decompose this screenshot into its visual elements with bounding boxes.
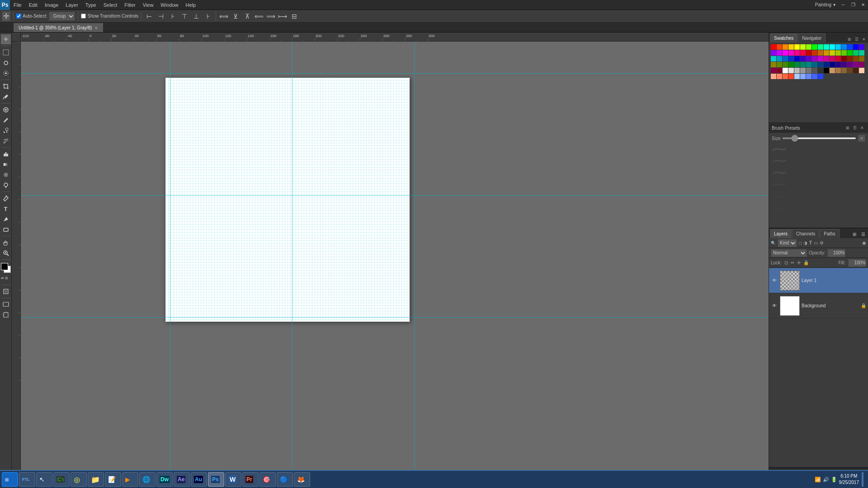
dist-right-btn[interactable]: ⊼ bbox=[242, 11, 252, 21]
swatch-item-20[interactable] bbox=[794, 50, 800, 56]
swatch-item-71[interactable] bbox=[812, 68, 817, 73]
filter-adjustment-icon[interactable]: ◑ bbox=[803, 240, 807, 245]
artboards-btn[interactable] bbox=[1, 310, 11, 320]
quick-mask-btn[interactable] bbox=[1, 286, 11, 296]
layer-eye-bg[interactable]: 👁 bbox=[771, 302, 778, 310]
swatch-item-18[interactable] bbox=[783, 50, 788, 56]
swatch-item-37[interactable] bbox=[800, 56, 806, 61]
swatch-item-22[interactable] bbox=[806, 50, 811, 56]
filter-type-icon[interactable]: T bbox=[809, 240, 812, 245]
swatch-item-60[interactable] bbox=[841, 62, 847, 67]
zoom-tool-btn[interactable] bbox=[1, 248, 11, 258]
lasso-tool-btn[interactable] bbox=[1, 58, 11, 68]
history-brush-btn[interactable] bbox=[1, 136, 11, 146]
swatch-item-26[interactable] bbox=[830, 50, 835, 56]
swatch-item-32[interactable] bbox=[771, 56, 776, 61]
brush-tool-btn[interactable] bbox=[1, 115, 11, 125]
brush-item-7[interactable] bbox=[772, 214, 865, 225]
swatch-item-5[interactable] bbox=[800, 44, 806, 50]
swatch-item-30[interactable] bbox=[853, 50, 859, 56]
lock-transparent-btn[interactable]: ⊡ bbox=[784, 260, 788, 265]
auto-select-select[interactable]: Group Layer bbox=[49, 12, 75, 21]
filter-shape-icon[interactable]: ▭ bbox=[814, 240, 818, 245]
layers-kind-select[interactable]: Kind bbox=[778, 239, 797, 247]
brush-item-4[interactable] bbox=[772, 179, 865, 190]
swatch-item-14[interactable] bbox=[853, 44, 859, 50]
swatch-item-72[interactable] bbox=[818, 68, 823, 73]
swatch-item-38[interactable] bbox=[806, 56, 811, 61]
swatch-item-9[interactable] bbox=[824, 44, 829, 50]
swatch-item-41[interactable] bbox=[824, 56, 829, 61]
swatch-item-78[interactable] bbox=[853, 68, 859, 73]
type-tool-btn[interactable]: T bbox=[1, 204, 11, 214]
swatch-item-68[interactable] bbox=[794, 68, 800, 73]
canvas-viewport[interactable] bbox=[21, 42, 769, 470]
taskbar-ftl[interactable]: FTL bbox=[19, 472, 35, 487]
panel-close-btn[interactable]: ✕ bbox=[861, 36, 867, 42]
screen-mode-btn[interactable] bbox=[1, 300, 11, 310]
swatch-item-21[interactable] bbox=[800, 50, 806, 56]
taskbar-files[interactable]: 📁 bbox=[88, 472, 104, 487]
swatch-item-34[interactable] bbox=[783, 56, 788, 61]
swap-colors-btn[interactable]: ⇄ bbox=[1, 276, 4, 283]
swatch-item-35[interactable] bbox=[788, 56, 794, 61]
navigator-tab[interactable]: Navigator bbox=[798, 33, 826, 42]
minimize-button[interactable]: ─ bbox=[838, 0, 848, 10]
swatch-item-84[interactable] bbox=[794, 74, 800, 79]
layer-item-background[interactable]: 👁 Background 🔒 bbox=[769, 293, 868, 319]
swatch-item-83[interactable] bbox=[788, 74, 794, 79]
swatch-item-64[interactable] bbox=[771, 68, 776, 73]
swatch-item-33[interactable] bbox=[777, 56, 782, 61]
swatch-item-87[interactable] bbox=[812, 74, 817, 79]
swatch-item-51[interactable] bbox=[788, 62, 794, 67]
brush-item-1[interactable] bbox=[772, 144, 865, 155]
swatch-item-8[interactable] bbox=[818, 44, 823, 50]
hand-tool-btn[interactable] bbox=[1, 238, 11, 248]
swatch-item-63[interactable] bbox=[859, 62, 864, 67]
swatch-item-42[interactable] bbox=[830, 56, 835, 61]
swatch-item-46[interactable] bbox=[853, 56, 859, 61]
taskbar-app16[interactable]: 🎯 bbox=[259, 472, 276, 487]
menu-type[interactable]: Type bbox=[82, 0, 100, 9]
menu-view[interactable]: View bbox=[139, 0, 157, 9]
taskbar-word[interactable]: W bbox=[225, 472, 241, 487]
menu-file[interactable]: File bbox=[10, 0, 25, 9]
swatch-item-43[interactable] bbox=[835, 56, 841, 61]
swatch-item-76[interactable] bbox=[841, 68, 847, 73]
align-top-btn[interactable]: ⊤ bbox=[179, 11, 189, 21]
layers-panel-list-btn[interactable]: ☰ bbox=[859, 230, 867, 238]
workspace-dropdown-icon[interactable]: ▾ bbox=[833, 2, 835, 7]
taskbar-cmd[interactable]: C:\ bbox=[53, 472, 70, 487]
lock-position-btn[interactable]: ✛ bbox=[797, 260, 801, 265]
crop-tool-btn[interactable] bbox=[1, 81, 11, 91]
swatch-item-49[interactable] bbox=[777, 62, 782, 67]
swatch-item-86[interactable] bbox=[806, 74, 811, 79]
taskbar-ps[interactable]: Ps bbox=[208, 472, 224, 487]
marquee-tool-btn[interactable] bbox=[1, 47, 11, 57]
swatch-item-3[interactable] bbox=[788, 44, 794, 50]
taskbar-chrome[interactable]: 🔵 bbox=[277, 472, 293, 487]
swatch-item-27[interactable] bbox=[835, 50, 841, 56]
swatch-item-61[interactable] bbox=[847, 62, 853, 67]
swatch-item-39[interactable] bbox=[812, 56, 817, 61]
swatch-item-77[interactable] bbox=[847, 68, 853, 73]
swatch-item-82[interactable] bbox=[783, 74, 788, 79]
swatch-item-23[interactable] bbox=[812, 50, 817, 56]
fill-input[interactable] bbox=[848, 259, 866, 267]
swatch-item-28[interactable] bbox=[841, 50, 847, 56]
brush-size-slider[interactable] bbox=[782, 137, 856, 139]
swatch-item-55[interactable] bbox=[812, 62, 817, 67]
blend-mode-select[interactable]: Normal Multiply Screen Overlay Darken Li… bbox=[771, 249, 807, 257]
gradient-tool-btn[interactable] bbox=[1, 160, 11, 169]
brush-item-3[interactable] bbox=[772, 167, 865, 178]
menu-image[interactable]: Image bbox=[41, 0, 62, 9]
swatch-item-48[interactable] bbox=[771, 62, 776, 67]
volume-icon[interactable]: 🔊 bbox=[823, 477, 829, 483]
swatch-item-29[interactable] bbox=[847, 50, 853, 56]
channels-tab[interactable]: Channels bbox=[792, 229, 819, 238]
blur-tool-btn[interactable] bbox=[1, 170, 11, 180]
eraser-tool-btn[interactable] bbox=[1, 149, 11, 159]
swatch-item-4[interactable] bbox=[794, 44, 800, 50]
swatch-item-53[interactable] bbox=[800, 62, 806, 67]
foreground-background-colors[interactable] bbox=[1, 263, 11, 275]
